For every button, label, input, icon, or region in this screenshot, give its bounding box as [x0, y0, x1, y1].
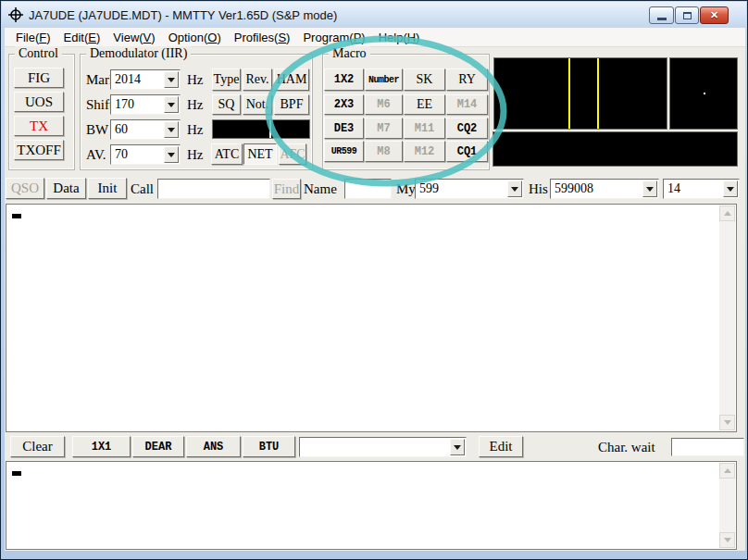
- menu-profiles[interactable]: Profiles(S): [234, 31, 291, 44]
- ans-button[interactable]: ANS: [186, 436, 241, 457]
- macro-button-m7[interactable]: M7: [365, 118, 403, 139]
- bw-combo[interactable]: 60: [110, 119, 181, 140]
- afc-button[interactable]: AFC: [279, 143, 306, 165]
- macro-button-cq1[interactable]: CQ1: [446, 141, 488, 162]
- macro-button-2x3[interactable]: 2X3: [324, 94, 364, 115]
- bw-combo-arrow-icon[interactable]: [164, 121, 179, 138]
- ham-button[interactable]: HAM: [274, 68, 309, 91]
- macro-button-1x2[interactable]: 1X2: [324, 68, 364, 91]
- menu-edit[interactable]: Edit(E): [64, 31, 101, 44]
- net-button[interactable]: NET: [243, 143, 277, 165]
- macro-button-m11[interactable]: M11: [404, 118, 445, 139]
- tx-macro-combo[interactable]: [299, 437, 467, 457]
- macro-button-ur599[interactable]: UR599: [324, 141, 364, 162]
- macro-button-ry[interactable]: RY: [446, 68, 488, 91]
- name-input[interactable]: [344, 179, 392, 199]
- av-combo-arrow-icon[interactable]: [164, 146, 179, 163]
- tx-scroll-down-icon[interactable]: [719, 532, 735, 548]
- menu-file[interactable]: File(F): [16, 31, 51, 44]
- call-input[interactable]: [157, 179, 270, 199]
- char-wait-input[interactable]: [671, 438, 744, 456]
- squelch-level-bar: [212, 119, 310, 139]
- clear-button[interactable]: Clear: [10, 436, 65, 457]
- bw-label: BW: [86, 119, 108, 140]
- txoff-button[interactable]: TXOFF: [14, 140, 64, 160]
- qso-button[interactable]: QSO: [6, 178, 44, 199]
- dear-button[interactable]: DEAR: [132, 436, 184, 457]
- minimize-button[interactable]: [649, 6, 674, 24]
- rx-scroll-down-icon[interactable]: [719, 415, 735, 430]
- menu-program[interactable]: Program(P): [303, 31, 365, 44]
- macro-group-label: Macro: [329, 46, 370, 61]
- tx-scrollbar[interactable]: [719, 463, 735, 548]
- mark-combo[interactable]: 2014: [110, 69, 181, 90]
- mark-frequency-line: [568, 58, 570, 129]
- his-combo-arrow-icon[interactable]: [642, 180, 657, 197]
- macro-button-m8[interactable]: M8: [365, 141, 403, 162]
- my-exchange-value: 599: [419, 180, 506, 197]
- init-button[interactable]: Init: [88, 178, 127, 199]
- av-combo[interactable]: 70: [110, 144, 181, 165]
- macro-button-number[interactable]: Number: [365, 68, 403, 91]
- tx-scroll-up-icon[interactable]: [719, 463, 735, 479]
- menu-option[interactable]: Option(O): [168, 31, 221, 44]
- his-label: His: [529, 179, 548, 199]
- menu-profiles-close: ): [286, 31, 290, 44]
- not-button[interactable]: Not.: [243, 94, 272, 115]
- name-label: Name: [304, 179, 337, 199]
- rev-button[interactable]: Rev.: [243, 68, 272, 91]
- my-combo-arrow-icon[interactable]: [507, 180, 522, 197]
- data-button[interactable]: Data: [46, 178, 86, 199]
- macro-button-m12[interactable]: M12: [404, 141, 445, 162]
- macro-button-cq2[interactable]: CQ2: [446, 118, 488, 139]
- bpf-button[interactable]: BPF: [274, 94, 309, 115]
- char-wait-label: Char. wait: [598, 437, 655, 457]
- tx-macro-combo-arrow-icon[interactable]: [450, 439, 465, 455]
- rx-text-area[interactable]: [6, 204, 737, 432]
- rx-scroll-up-icon[interactable]: [719, 205, 735, 221]
- sq-button[interactable]: SQ: [212, 94, 241, 115]
- atc-button[interactable]: ATC: [211, 143, 243, 165]
- menu-help-text: Help(: [379, 31, 407, 44]
- menu-program-key: P: [354, 31, 362, 44]
- oneXone-button[interactable]: 1X1: [72, 436, 131, 457]
- tx-button[interactable]: TX: [14, 116, 64, 136]
- macro-button-ee[interactable]: EE: [404, 94, 445, 115]
- maximize-button[interactable]: [675, 6, 699, 24]
- tx-text-area[interactable]: [6, 461, 737, 550]
- uos-button[interactable]: UOS: [14, 92, 64, 112]
- my-exchange-combo[interactable]: 599: [415, 179, 524, 199]
- his-exchange-combo[interactable]: 599008: [550, 179, 659, 199]
- band-combo[interactable]: 14: [663, 179, 740, 199]
- shift-combo[interactable]: 170: [110, 94, 181, 115]
- bw-unit-label: Hz: [187, 119, 204, 140]
- space-frequency-line: [597, 58, 599, 129]
- band-combo-arrow-icon[interactable]: [723, 180, 738, 197]
- close-button[interactable]: ✕: [700, 6, 729, 24]
- macro-button-m6[interactable]: M6: [365, 94, 403, 115]
- menu-help-close: ): [416, 31, 419, 44]
- title-bar[interactable]: JA7UDE (JA7UDE.MDT) - MMTTY Ver1.65D (S&…: [2, 2, 746, 28]
- menu-option-close: ): [217, 31, 220, 44]
- rx-cursor: [12, 214, 21, 218]
- shift-combo-arrow-icon[interactable]: [164, 96, 179, 113]
- menu-option-key: O: [207, 31, 217, 44]
- macro-button-m14[interactable]: M14: [446, 94, 488, 115]
- spectrum-display[interactable]: [493, 57, 667, 130]
- menu-view[interactable]: View(V): [113, 31, 155, 44]
- fig-button[interactable]: FIG: [14, 68, 64, 88]
- menu-file-close: ): [46, 31, 50, 44]
- menu-help[interactable]: Help(H): [379, 31, 420, 44]
- find-button[interactable]: Find: [272, 179, 301, 199]
- btu-button[interactable]: BTU: [243, 436, 295, 457]
- call-label: Call: [131, 179, 154, 199]
- mark-combo-arrow-icon[interactable]: [164, 71, 179, 88]
- type-button[interactable]: Type: [212, 68, 241, 91]
- rx-scrollbar[interactable]: [719, 205, 735, 430]
- menu-edit-key: E: [88, 31, 96, 44]
- his-exchange-value: 599008: [555, 180, 642, 197]
- edit-button[interactable]: Edit: [479, 436, 523, 457]
- macro-button-de3[interactable]: DE3: [324, 118, 364, 139]
- menu-bar: File(F) Edit(E) View(V) Option(O) Profil…: [5, 28, 745, 46]
- macro-button-sk[interactable]: SK: [404, 68, 445, 91]
